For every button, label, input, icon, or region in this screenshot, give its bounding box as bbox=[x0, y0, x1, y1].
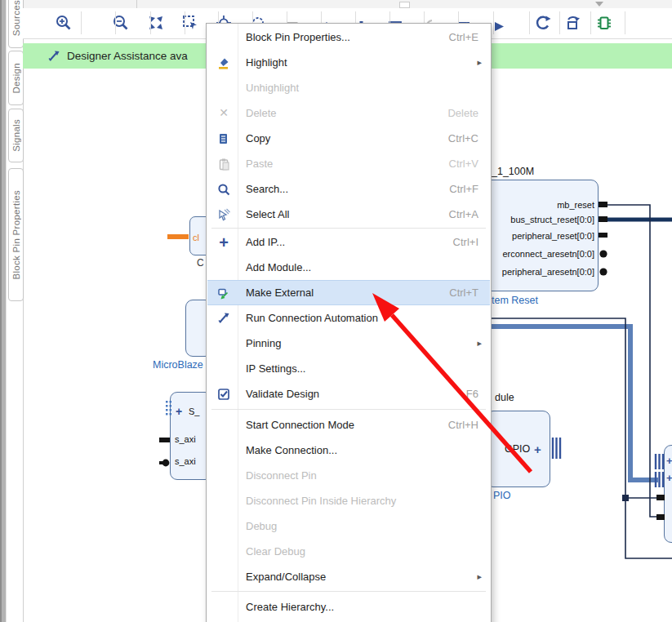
menu-item-paste[interactable]: Paste Ctrl+V bbox=[207, 151, 490, 176]
s-axi-aresetn-label[interactable]: s_axi bbox=[175, 456, 196, 466]
wire-junction-dot bbox=[622, 495, 629, 501]
menu-item-shortcut: Ctrl+E bbox=[449, 24, 478, 50]
menu-item-clear-debug[interactable]: Clear Debug bbox=[207, 539, 490, 564]
menu-item-disconnect-pin-inside-hierarchy[interactable]: Disconnect Pin Inside Hierarchy bbox=[207, 488, 490, 513]
gpio-block-title: dule bbox=[495, 392, 514, 403]
s-axi-aclk-pin[interactable] bbox=[159, 438, 170, 442]
s-axi-aresetn-pin[interactable] bbox=[162, 460, 170, 467]
submenu-arrow-icon: ▸ bbox=[477, 331, 482, 356]
menu-item-validate-design[interactable]: Validate Design F6 bbox=[207, 381, 490, 407]
menu-item-unhighlight[interactable]: Unhighlight bbox=[207, 75, 490, 100]
interconnect-aresetn-pin[interactable] bbox=[599, 250, 607, 257]
menu-item-add-ip[interactable]: + Add IP... Ctrl+I bbox=[207, 229, 490, 255]
menu-item-label: Expand/Collapse bbox=[246, 564, 326, 589]
regenerate-layout-button[interactable] bbox=[563, 12, 584, 33]
menu-item-label: Validate Design bbox=[246, 381, 319, 407]
mb-reset-pin[interactable] bbox=[599, 202, 607, 207]
menu-item-pinning[interactable]: Pinning ▸ bbox=[207, 331, 490, 356]
tab-block-pin-properties[interactable]: Block Pin Properties bbox=[8, 168, 24, 301]
highlighter-icon bbox=[213, 50, 234, 75]
paste-icon bbox=[213, 151, 234, 176]
menu-item-label: Create Hierarchy... bbox=[246, 594, 334, 620]
s-axi-aclk-label[interactable]: s_axi bbox=[175, 434, 196, 444]
gpio-expand-plus[interactable]: + bbox=[534, 443, 541, 455]
menu-item-label: Disconnect Pin bbox=[246, 463, 317, 488]
tab-signals[interactable]: Signals bbox=[8, 109, 24, 162]
menu-item-copy[interactable]: Copy Ctrl+C bbox=[207, 126, 490, 151]
menu-item-expand-collapse[interactable]: Expand/Collapse ▸ bbox=[207, 564, 490, 589]
menu-item-start-connection-mode[interactable]: Start Connection Mode Ctrl+H bbox=[207, 412, 490, 438]
vivado-block-design-window: Sources Design Signals Block Pin Propert… bbox=[0, 0, 672, 622]
gpio-interface-label[interactable]: GPIO bbox=[505, 443, 530, 455]
bus-struct-reset-pin[interactable] bbox=[599, 216, 607, 222]
menu-item-shortcut: Ctrl+H bbox=[448, 412, 478, 438]
context-menu: Block Pin Properties... Ctrl+E Highlight… bbox=[206, 23, 492, 622]
refresh-button[interactable] bbox=[532, 12, 554, 33]
menu-item-create-hierarchy[interactable]: Create Hierarchy... bbox=[207, 594, 490, 620]
menu-item-debug[interactable]: Debug bbox=[207, 513, 490, 539]
menu-item-block-pin-properties[interactable]: Block Pin Properties... Ctrl+E bbox=[207, 24, 490, 50]
menu-item-shortcut: Ctrl+A bbox=[449, 202, 478, 227]
wire-mb-reset[interactable] bbox=[607, 205, 657, 517]
menu-item-delete[interactable]: ✕ Delete Delete bbox=[207, 100, 490, 126]
zoom-to-selection-button[interactable] bbox=[180, 12, 201, 33]
clk-block-caption: C bbox=[197, 257, 204, 269]
tab-block-pin-properties-label: Block Pin Properties bbox=[11, 190, 21, 280]
regenerate-layout-icon bbox=[564, 14, 582, 32]
menu-item-make-connection[interactable]: Make Connection... bbox=[207, 438, 490, 463]
zoom-out-button[interactable] bbox=[110, 12, 131, 33]
open-chip-view-button[interactable] bbox=[594, 12, 615, 33]
menu-item-label: Make Connection... bbox=[246, 438, 337, 463]
menu-item-add-module[interactable]: Add Module... bbox=[207, 255, 490, 280]
zoom-in-button[interactable] bbox=[53, 12, 74, 33]
dropdown-arrow-icon bbox=[595, 2, 603, 7]
pin-bus-struct-reset[interactable]: bus_struct_reset[0:0] bbox=[510, 215, 594, 224]
clk-selected-pin[interactable] bbox=[167, 234, 189, 239]
automation-dart-icon bbox=[47, 50, 60, 63]
pin-interconnect-aresetn[interactable]: erconnect_aresetn[0:0] bbox=[502, 249, 594, 259]
tab-design-label: Design bbox=[11, 63, 21, 94]
menu-item-label: Disconnect Pin Inside Hierarchy bbox=[246, 488, 396, 513]
top-strip-widget bbox=[399, 2, 410, 8]
peripheral-aresetn-pin[interactable] bbox=[599, 268, 607, 275]
submenu-arrow-icon: ▸ bbox=[477, 564, 482, 589]
menu-item-run-connection-automation[interactable]: Run Connection Automation bbox=[207, 305, 490, 331]
right-block-interface-pin-top-icon[interactable] bbox=[656, 454, 663, 469]
select-all-icon bbox=[213, 202, 234, 227]
menu-item-shortcut: Ctrl+F bbox=[449, 176, 478, 202]
menu-item-make-external[interactable]: Make External Ctrl+T bbox=[207, 280, 490, 305]
menu-item-label: IP Settings... bbox=[246, 356, 305, 381]
zoom-fit-button[interactable] bbox=[145, 12, 167, 33]
s-axi-aresetn-stub bbox=[159, 461, 163, 464]
s-axi-expand-plus[interactable]: + bbox=[176, 406, 182, 417]
delete-x-icon: ✕ bbox=[213, 100, 234, 126]
pin-mb-reset[interactable]: mb_reset bbox=[557, 200, 594, 210]
microblaze-caption: MicroBlaze bbox=[153, 359, 203, 371]
s-axi-interface-label[interactable]: S_ bbox=[189, 407, 199, 416]
menu-item-select-all[interactable]: Select All Ctrl+A bbox=[207, 202, 490, 227]
menu-item-shortcut: F6 bbox=[466, 381, 478, 407]
menu-item-label: Clear Debug bbox=[246, 539, 305, 564]
pin-peripheral-reset[interactable]: peripheral_reset[0:0] bbox=[512, 231, 594, 241]
pin-peripheral-aresetn[interactable]: peripheral_aresetn[0:0] bbox=[502, 267, 594, 277]
menu-item-label: Block Pin Properties... bbox=[246, 24, 350, 50]
menu-item-shortcut: Ctrl+V bbox=[449, 151, 478, 176]
menu-item-label: Paste bbox=[246, 151, 273, 176]
menu-item-disconnect-pin[interactable]: Disconnect Pin bbox=[207, 463, 490, 488]
peripheral-reset-pin[interactable] bbox=[599, 233, 607, 238]
menu-item-label: Add Module... bbox=[246, 255, 311, 280]
right-block-plus-top[interactable]: + bbox=[666, 455, 672, 466]
tab-design[interactable]: Design bbox=[8, 51, 24, 105]
menu-item-label: Start Connection Mode bbox=[246, 412, 354, 438]
menu-item-label: Debug bbox=[246, 513, 277, 539]
right-block-interface-pin-bottom-icon[interactable] bbox=[656, 472, 663, 487]
reset-block-title: _1_100M bbox=[492, 166, 534, 177]
menu-item-highlight[interactable]: Highlight ▸ bbox=[207, 50, 490, 75]
tab-sources[interactable]: Sources bbox=[8, 0, 24, 48]
menu-item-ip-settings[interactable]: IP Settings... bbox=[207, 356, 490, 381]
gpio-interface-pin-icon[interactable] bbox=[553, 438, 560, 459]
reset-block-caption: tem Reset bbox=[492, 295, 538, 306]
menu-item-search[interactable]: Search... Ctrl+F bbox=[207, 176, 490, 202]
right-block-plus-bottom[interactable]: + bbox=[666, 473, 672, 483]
clk-pin-label[interactable]: cl bbox=[193, 233, 199, 242]
